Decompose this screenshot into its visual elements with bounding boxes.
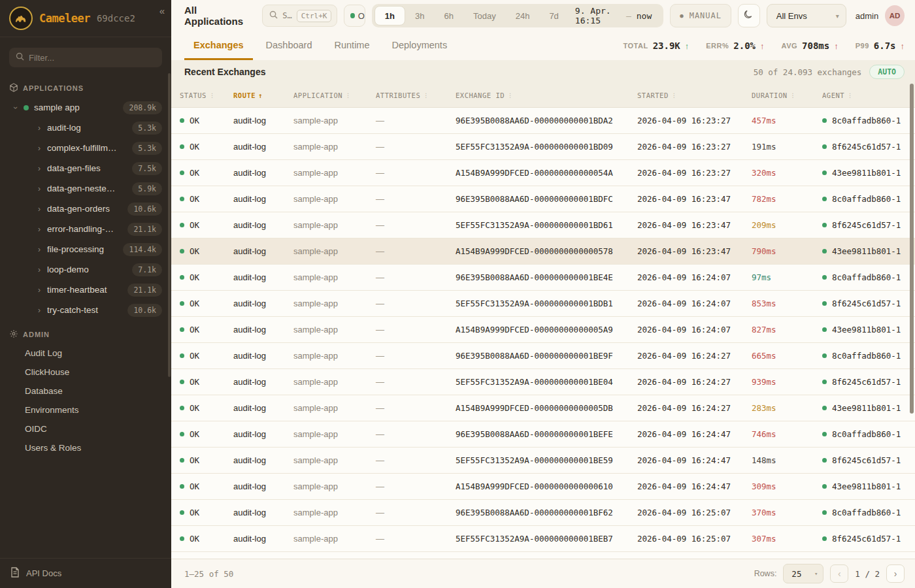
sidebar-item-route[interactable]: ›error-handling-…21.1k bbox=[0, 219, 171, 239]
next-page-button[interactable]: › bbox=[886, 564, 905, 583]
table-row[interactable]: OK audit-log sample-app — 96E395B0088AA6… bbox=[171, 343, 915, 369]
table-row[interactable]: OK audit-log sample-app — A154B9A999DFCE… bbox=[171, 395, 915, 421]
column-label: ATTRIBUTES bbox=[376, 91, 420, 99]
table-row[interactable]: OK audit-log sample-app — 5EF55FC31352A9… bbox=[171, 369, 915, 395]
sidebar-item-route[interactable]: ›data-gen-neste…5.9k bbox=[0, 178, 171, 199]
column-header-status[interactable]: STATUS⋮ bbox=[180, 91, 233, 99]
sidebar-item-route[interactable]: ›audit-log5.3k bbox=[0, 118, 171, 138]
time-range-today[interactable]: Today bbox=[463, 6, 506, 25]
section-title: Recent Exchanges bbox=[184, 67, 266, 77]
sidebar-item-admin[interactable]: ClickHouse bbox=[0, 363, 171, 382]
user-name: admin bbox=[856, 11, 878, 21]
status-filter-button[interactable]: O bbox=[344, 5, 365, 27]
prev-page-button[interactable]: ‹ bbox=[830, 564, 848, 583]
sidebar-item-route[interactable]: ›file-processing114.4k bbox=[0, 239, 171, 259]
table-row[interactable]: OK audit-log sample-app — 96E395B0088AA6… bbox=[171, 265, 915, 291]
sidebar-item-admin[interactable]: Environments bbox=[0, 400, 171, 419]
sidebar-item-admin[interactable]: Users & Roles bbox=[0, 438, 171, 457]
table-scrollbar[interactable] bbox=[910, 84, 914, 414]
time-range-3h[interactable]: 3h bbox=[405, 6, 434, 25]
sidebar-item-route[interactable]: ›data-gen-files7.5k bbox=[0, 158, 171, 178]
table-row[interactable]: OK audit-log sample-app — 96E395B0088AA6… bbox=[171, 421, 915, 448]
sidebar-item-admin[interactable]: OIDC bbox=[0, 419, 171, 438]
time-range-7d[interactable]: 7d bbox=[539, 6, 568, 25]
agent-status-dot bbox=[822, 249, 827, 253]
ok-status-dot bbox=[180, 327, 184, 332]
ok-status-dot bbox=[180, 380, 184, 384]
sidebar-item-route[interactable]: ›loop-demo7.1k bbox=[0, 259, 171, 280]
table-row[interactable]: OK audit-log sample-app — 96E395B0088AA6… bbox=[171, 186, 915, 212]
moon-icon bbox=[743, 9, 754, 23]
sidebar-scrollbar[interactable] bbox=[168, 73, 171, 377]
table-row[interactable]: OK audit-log sample-app — 5EF55FC31352A9… bbox=[171, 291, 915, 317]
table-row[interactable]: OK audit-log sample-app — A154B9A999DFCE… bbox=[171, 238, 915, 265]
column-header-application[interactable]: APPLICATION⋮ bbox=[293, 91, 376, 99]
chevron-right-icon: › bbox=[38, 265, 47, 274]
tab-exchanges[interactable]: Exchanges bbox=[184, 31, 253, 60]
column-header-agent[interactable]: AGENT⋮ bbox=[822, 91, 915, 99]
table-row[interactable]: OK audit-log sample-app — A154B9A999DFCE… bbox=[171, 474, 915, 500]
chevron-right-icon: › bbox=[38, 164, 47, 173]
environment-select[interactable]: All Envs ▾ bbox=[767, 4, 846, 27]
sidebar-item-route[interactable]: ›try-catch-test10.6k bbox=[0, 300, 171, 320]
column-header-route[interactable]: ROUTE↑ bbox=[233, 91, 293, 99]
table-header: STATUS⋮ROUTE↑APPLICATION⋮ATTRIBUTES⋮EXCH… bbox=[171, 84, 915, 108]
column-header-started[interactable]: STARTED⋮ bbox=[637, 91, 752, 99]
table-row[interactable]: OK audit-log sample-app — 5EF55FC31352A9… bbox=[171, 134, 915, 160]
table-row[interactable]: OK audit-log sample-app — A154B9A999DFCE… bbox=[171, 317, 915, 343]
count-badge: 7.5k bbox=[132, 162, 162, 175]
time-range-24h[interactable]: 24h bbox=[506, 6, 540, 25]
sidebar-item-admin[interactable]: Database bbox=[0, 382, 171, 400]
sidebar-item-route[interactable]: ›complex-fulfillm…5.3k bbox=[0, 138, 171, 158]
rows-per-page-select[interactable]: 25 ▾ bbox=[783, 564, 824, 583]
table-row[interactable]: OK audit-log sample-app — 96E395B0088AA6… bbox=[171, 108, 915, 134]
section-bar: Recent Exchanges 50 of 24.093 exchanges … bbox=[171, 60, 915, 84]
sidebar-collapse-icon[interactable]: « bbox=[159, 5, 165, 16]
admin-header: ADMIN bbox=[0, 325, 171, 344]
sidebar-filter[interactable] bbox=[9, 48, 162, 67]
column-menu-icon: ⋮ bbox=[345, 92, 352, 99]
auto-refresh-badge[interactable]: AUTO bbox=[869, 65, 905, 79]
theme-toggle-button[interactable] bbox=[738, 4, 760, 27]
column-menu-icon: ⋮ bbox=[209, 92, 216, 99]
tab-deployments[interactable]: Deployments bbox=[383, 31, 457, 60]
route-name: data-gen-orders bbox=[47, 204, 124, 214]
ok-status-dot bbox=[180, 275, 184, 280]
table-row[interactable]: OK audit-log sample-app — 5EF55FC31352A9… bbox=[171, 526, 915, 552]
api-docs-link[interactable]: API Docs bbox=[0, 558, 171, 588]
sidebar: Cameleer 69dcce2 « APPLICATIONS › sample… bbox=[0, 0, 171, 588]
stat-total: TOTAL23.9K↑ bbox=[623, 41, 689, 51]
table-row[interactable]: OK audit-log sample-app — 5EF55FC31352A9… bbox=[171, 212, 915, 238]
sidebar-item-route[interactable]: ›timer-heartbeat21.1k bbox=[0, 280, 171, 300]
table-row[interactable]: OK audit-log sample-app — A154B9A999DFCE… bbox=[171, 160, 915, 186]
column-menu-icon: ⋮ bbox=[847, 92, 854, 99]
agent-status-dot bbox=[822, 458, 827, 463]
sidebar-item-admin[interactable]: Audit Log bbox=[0, 344, 171, 363]
ok-status-dot bbox=[180, 197, 184, 201]
table-row[interactable]: OK audit-log sample-app — 96E395B0088AA6… bbox=[171, 500, 915, 526]
ok-status-dot bbox=[180, 484, 184, 489]
time-range-6h[interactable]: 6h bbox=[435, 6, 463, 25]
applications-tree: › sample app 208.9k ›audit-log5.3k›compl… bbox=[0, 97, 171, 320]
column-header-attributes[interactable]: ATTRIBUTES⋮ bbox=[376, 91, 456, 99]
table-row[interactable]: OK audit-log sample-app — 5EF55FC31352A9… bbox=[171, 448, 915, 474]
tab-dashboard[interactable]: Dashboard bbox=[257, 31, 322, 60]
global-search[interactable]: S… Ctrl+K bbox=[262, 5, 337, 27]
custom-date-range[interactable]: 9. Apr. 16:15 – now bbox=[569, 6, 661, 25]
avatar[interactable]: AD bbox=[885, 5, 905, 26]
sidebar-item-route[interactable]: ›data-gen-orders10.6k bbox=[0, 199, 171, 219]
gear-icon bbox=[9, 329, 18, 340]
app-logo-title: Cameleer bbox=[39, 12, 90, 25]
column-header-exchange-id[interactable]: EXCHANGE ID⋮ bbox=[456, 91, 637, 99]
manual-refresh-button[interactable]: ● MANUAL bbox=[670, 4, 731, 27]
stats-strip: TOTAL23.9K↑ERR%2.0%↑AVG708ms↑P996.7s↑ bbox=[623, 41, 905, 51]
stat-value: 708ms bbox=[802, 41, 829, 51]
time-range-1h[interactable]: 1h bbox=[374, 6, 405, 25]
sidebar-item-sample-app[interactable]: › sample app 208.9k bbox=[0, 97, 171, 118]
range-from: 9. Apr. 16:15 bbox=[575, 6, 621, 25]
column-header-duration[interactable]: DURATION⋮ bbox=[752, 91, 822, 99]
column-label: STATUS bbox=[180, 91, 207, 99]
ok-status-dot bbox=[180, 458, 184, 463]
filter-input[interactable] bbox=[29, 53, 156, 63]
tab-runtime[interactable]: Runtime bbox=[325, 31, 379, 60]
